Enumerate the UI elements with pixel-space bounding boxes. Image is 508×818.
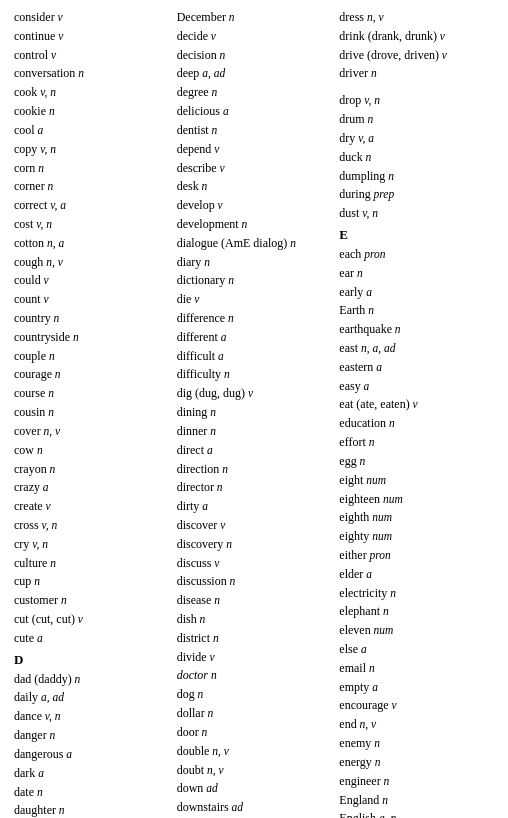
list-item: country n	[14, 309, 169, 328]
word: east	[339, 341, 358, 355]
list-item: eighth num	[339, 508, 494, 527]
list-item: ear n	[339, 264, 494, 283]
word: discover	[177, 518, 218, 532]
pos: n	[379, 794, 388, 806]
word: daughter	[14, 803, 56, 817]
pos: v, n	[37, 86, 56, 98]
word: dollar	[177, 706, 205, 720]
pos: n, v	[209, 745, 228, 757]
pos: v	[55, 30, 63, 42]
list-item: cut (cut, cut) v	[14, 610, 169, 629]
pos: a	[363, 286, 372, 298]
list-item: decision n	[177, 46, 332, 65]
word: cover	[14, 424, 41, 438]
list-item: early a	[339, 283, 494, 302]
list-item: courage n	[14, 365, 169, 384]
word: could	[14, 273, 41, 287]
list-item: east n, a, ad	[339, 339, 494, 358]
list-item: double n, v	[177, 742, 332, 761]
pos: a	[369, 681, 378, 693]
word: eastern	[339, 360, 373, 374]
section-header-d: D	[14, 652, 169, 668]
word: customer	[14, 593, 58, 607]
word: dance	[14, 709, 42, 723]
pos: n	[46, 105, 55, 117]
list-item: easy a	[339, 377, 494, 396]
word: continue	[14, 29, 55, 43]
pos: n	[226, 11, 235, 23]
list-item: create v	[14, 497, 169, 516]
word: couple	[14, 349, 46, 363]
pos: v, a	[355, 132, 374, 144]
pos: v, n	[359, 207, 378, 219]
word: dig (dug, dug)	[177, 386, 245, 400]
list-item: could v	[14, 271, 169, 290]
list-item: driver n	[339, 64, 494, 83]
word: cookie	[14, 104, 46, 118]
list-item: daughter n	[14, 801, 169, 818]
pos: n, v	[364, 11, 383, 23]
pos: n	[354, 267, 363, 279]
list-item: drive (drove, driven) v	[339, 46, 494, 65]
list-item: difficult a	[177, 347, 332, 366]
word: downstairs	[177, 800, 229, 814]
list-item: drum n	[339, 110, 494, 129]
pos: n	[239, 218, 248, 230]
list-item: downstairs ad	[177, 798, 332, 817]
pos: v, n	[42, 710, 61, 722]
word: control	[14, 48, 48, 62]
pos: a	[218, 331, 227, 343]
list-item: egg n	[339, 452, 494, 471]
list-item: copy v, n	[14, 140, 169, 159]
list-item: discovery n	[177, 535, 332, 554]
list-item: different a	[177, 328, 332, 347]
pos: a	[204, 444, 213, 456]
list-item: district n	[177, 629, 332, 648]
pos: n	[52, 368, 61, 380]
list-item: cross v, n	[14, 516, 169, 535]
list-item: dictionary n	[177, 271, 332, 290]
word: eat (ate, eaten)	[339, 397, 409, 411]
word: different	[177, 330, 218, 344]
word: crayon	[14, 462, 47, 476]
list-item: cow n	[14, 441, 169, 460]
word: eight	[339, 473, 363, 487]
pos: v	[55, 11, 63, 23]
pos: n	[217, 49, 226, 61]
pos: n	[47, 557, 56, 569]
list-item: education n	[339, 414, 494, 433]
list-item: depend v	[177, 140, 332, 159]
list-item: dialogue (AmE dialog) n	[177, 234, 332, 253]
list-item: door n	[177, 723, 332, 742]
pos: v, n	[361, 94, 380, 106]
pos: v, n	[37, 143, 56, 155]
pos: n	[380, 605, 389, 617]
word: elder	[339, 567, 363, 581]
pos: n	[287, 237, 296, 249]
pos: prep	[371, 188, 395, 200]
word: drink (drank, drunk)	[339, 29, 437, 43]
word: email	[339, 661, 366, 675]
pos: n	[45, 180, 54, 192]
list-item: dollar n	[177, 704, 332, 723]
pos: n, v	[204, 764, 223, 776]
list-item: dark a	[14, 764, 169, 783]
pos: n	[372, 756, 381, 768]
list-item: corner n	[14, 177, 169, 196]
list-item: eighty num	[339, 527, 494, 546]
pos: v, n	[33, 218, 52, 230]
list-item: effort n	[339, 433, 494, 452]
word: doctor	[177, 668, 208, 682]
pos: n	[387, 587, 396, 599]
pos: n	[72, 673, 81, 685]
pos: n	[56, 804, 65, 816]
list-item: doctor n	[177, 666, 332, 685]
list-item: danger n	[14, 726, 169, 745]
word: electricity	[339, 586, 387, 600]
word: December	[177, 10, 226, 24]
word: diary	[177, 255, 202, 269]
word: engineer	[339, 774, 380, 788]
list-item: elephant n	[339, 602, 494, 621]
pos: n	[365, 304, 374, 316]
pos: n	[227, 575, 236, 587]
